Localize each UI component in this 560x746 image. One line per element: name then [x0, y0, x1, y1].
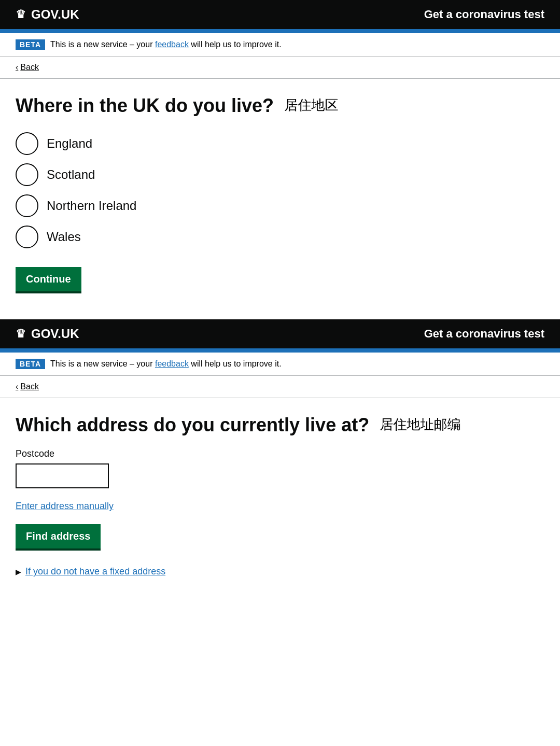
radio-england-circle[interactable]: [16, 132, 38, 155]
triangle-icon: ▶: [16, 568, 21, 576]
radio-england-label: England: [47, 136, 92, 151]
postcode-form-group: Postcode: [16, 448, 544, 488]
radio-wales-label: Wales: [47, 230, 81, 244]
back-link-2[interactable]: ‹ Back: [16, 382, 544, 391]
beta-banner: BETA This is a new service – your feedba…: [0, 33, 560, 57]
crown-icon-2: ♛: [16, 327, 26, 341]
radio-wales-circle[interactable]: [16, 226, 38, 248]
gov-logo: ♛ GOV.UK: [16, 7, 79, 22]
region-radio-group: England Scotland Northern Ireland Wales: [16, 132, 544, 248]
fixed-address-details[interactable]: ▶ If you do not have a fixed address: [16, 566, 544, 577]
beta-tag: BETA: [16, 39, 45, 50]
beta-tag-2: BETA: [16, 359, 45, 369]
continue-button[interactable]: Continue: [16, 267, 81, 293]
service-name: Get a coronavirus test: [424, 8, 544, 21]
back-link-wrapper-2: ‹ Back: [0, 376, 560, 398]
fixed-address-link[interactable]: If you do not have a fixed address: [25, 566, 165, 577]
page2: ♛ GOV.UK Get a coronavirus test BETA Thi…: [0, 319, 560, 603]
back-link[interactable]: ‹ Back: [16, 63, 544, 72]
service-name-2: Get a coronavirus test: [424, 327, 544, 341]
radio-scotland-circle[interactable]: [16, 163, 38, 186]
gov-header-2: ♛ GOV.UK Get a coronavirus test: [0, 319, 560, 348]
page2-content: Which address do you currently live at? …: [0, 398, 560, 603]
beta-text-2: This is a new service – your feedback wi…: [50, 359, 282, 369]
radio-northern-ireland-circle[interactable]: [16, 194, 38, 217]
feedback-link-2[interactable]: feedback: [155, 359, 189, 368]
radio-item-england[interactable]: England: [16, 132, 544, 155]
blue-bar: [0, 29, 560, 33]
radio-scotland-label: Scotland: [47, 167, 95, 182]
feedback-link[interactable]: feedback: [155, 40, 189, 49]
gov-logo-2: ♛ GOV.UK: [16, 327, 79, 341]
enter-address-manually-link[interactable]: Enter address manually: [16, 501, 544, 512]
page2-title: Which address do you currently live at?: [16, 414, 369, 436]
page2-title-row: Which address do you currently live at? …: [16, 414, 544, 436]
beta-banner-2: BETA This is a new service – your feedba…: [0, 353, 560, 376]
gov-logo-text: GOV.UK: [31, 7, 79, 22]
page1-content: Where in the UK do you live? 居住地区 Englan…: [0, 79, 560, 319]
radio-item-scotland[interactable]: Scotland: [16, 163, 544, 186]
postcode-label: Postcode: [16, 448, 544, 459]
back-chevron-icon: ‹: [16, 63, 18, 72]
crown-icon: ♛: [16, 8, 26, 21]
page1: ♛ GOV.UK Get a coronavirus test BETA Thi…: [0, 0, 560, 319]
radio-northern-ireland-label: Northern Ireland: [47, 199, 136, 213]
page1-annotation: 居住地区: [284, 96, 338, 115]
postcode-input[interactable]: [16, 463, 109, 488]
beta-text: This is a new service – your feedback wi…: [50, 40, 282, 49]
gov-logo-text-2: GOV.UK: [31, 327, 79, 341]
back-link-wrapper: ‹ Back: [0, 57, 560, 79]
page2-annotation: 居住地址邮编: [380, 416, 460, 434]
radio-item-northern-ireland[interactable]: Northern Ireland: [16, 194, 544, 217]
back-chevron-icon-2: ‹: [16, 382, 18, 391]
gov-header: ♛ GOV.UK Get a coronavirus test: [0, 0, 560, 29]
radio-item-wales[interactable]: Wales: [16, 226, 544, 248]
blue-bar-2: [0, 348, 560, 353]
page1-title: Where in the UK do you live?: [16, 94, 274, 117]
find-address-button[interactable]: Find address: [16, 524, 101, 551]
